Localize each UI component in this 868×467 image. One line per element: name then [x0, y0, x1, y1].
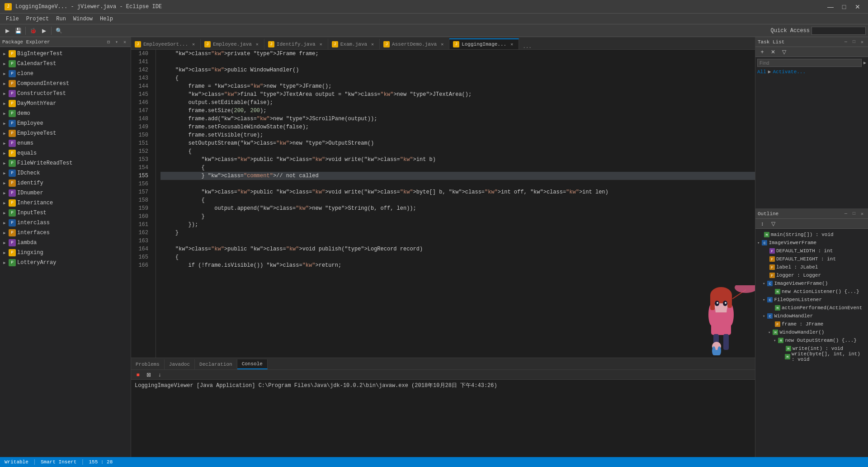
console-content[interactable]: LoggingImageViewer [Java Application] C:…	[131, 380, 755, 457]
code-line-142[interactable]: "kw">class="kw">public WindowHandler()	[160, 66, 755, 74]
menu-project[interactable]: Project	[23, 15, 52, 23]
outline-item[interactable]: F logger : Logger	[755, 271, 868, 279]
maximize-button[interactable]: □	[838, 2, 850, 11]
code-line-157[interactable]: "kw">class="kw">public "kw">class="kw">v…	[160, 188, 755, 196]
code-line-161[interactable]: });	[160, 221, 755, 229]
code-line-143[interactable]: {	[160, 74, 755, 82]
tree-item-lambda[interactable]: ▶ P lambda	[0, 238, 131, 248]
console-scroll-button[interactable]: ↓	[155, 370, 165, 380]
task-list-maximize[interactable]: □	[850, 38, 858, 46]
console-stop-button[interactable]: ■	[133, 370, 143, 380]
tree-item-daymonthyear[interactable]: ▶ P DayMonthYear	[0, 99, 131, 108]
outline-close[interactable]: ✕	[859, 210, 866, 217]
tree-item-demo[interactable]: ▶ P demo	[0, 108, 131, 118]
bottom-tab-javadoc[interactable]: Javadoc	[165, 359, 195, 369]
task-find-input[interactable]	[757, 59, 862, 67]
tab-employee[interactable]: J Employee.java ✕	[201, 38, 264, 49]
code-line-162[interactable]: }	[160, 229, 755, 237]
code-line-141[interactable]	[160, 58, 755, 66]
filter-all-label[interactable]: All	[757, 69, 766, 75]
tab-close-loggingimage[interactable]: ✕	[509, 41, 515, 47]
outline-minimize[interactable]: —	[842, 210, 849, 217]
debug-button[interactable]: 🐞	[28, 26, 38, 36]
outline-item[interactable]: F DEFAULT_WIDTH : int	[755, 247, 868, 255]
tree-item-filewritereadtest[interactable]: ▶ P FileWriteReadTest	[0, 158, 131, 168]
tree-item-interclass[interactable]: ▶ P interclass	[0, 218, 131, 228]
tree-item-interfaces[interactable]: ▶ P interfaces	[0, 228, 131, 238]
tab-overflow-button[interactable]: ...	[519, 44, 535, 49]
code-line-163[interactable]	[160, 237, 755, 245]
code-content[interactable]: "kw">class="kw">private "type">JFrame fr…	[156, 50, 755, 358]
code-line-146[interactable]: output.setEditable(false);	[160, 99, 755, 107]
save-button[interactable]: 💾	[13, 26, 23, 36]
code-line-158[interactable]: {	[160, 196, 755, 204]
tree-item-bigintegertest[interactable]: ▶ P BigIntegerTest	[0, 49, 131, 59]
outline-item[interactable]: F DEFAULT_HEIGHT : int	[755, 255, 868, 263]
outline-sort-button[interactable]: ↕	[757, 219, 767, 229]
tree-item-constructortest[interactable]: ▶ P ConstructorTest	[0, 89, 131, 99]
bottom-tab-console[interactable]: Console	[237, 359, 268, 369]
code-line-166[interactable]: if (!frame.isVisible()) "kw">class="kw">…	[160, 261, 755, 269]
console-clear-button[interactable]: ⊠	[144, 370, 154, 380]
tree-item-idcheck[interactable]: ▶ P IDcheck	[0, 168, 131, 178]
new-button[interactable]: ▶	[2, 26, 12, 36]
code-line-148[interactable]: frame.add("kw">class="kw">new "type">JSc…	[160, 115, 755, 123]
tab-close-assertdemo[interactable]: ✕	[439, 41, 445, 47]
tree-item-identify[interactable]: ▶ P identify	[0, 178, 131, 188]
tab-exam[interactable]: J Exam.java ✕	[328, 38, 380, 49]
code-line-152[interactable]: {	[160, 147, 755, 156]
code-line-144[interactable]: frame = "kw">class="kw">new "type">JFram…	[160, 82, 755, 90]
code-line-140[interactable]: "kw">class="kw">private "type">JFrame fr…	[160, 50, 755, 58]
code-line-149[interactable]: frame.setFocusableWindowState(false);	[160, 123, 755, 131]
collapse-all-button[interactable]: ⊟	[105, 38, 112, 46]
minimize-button[interactable]: —	[825, 2, 836, 11]
code-line-150[interactable]: frame.setVisible(true);	[160, 131, 755, 139]
task-list-minimize[interactable]: —	[842, 38, 849, 46]
outline-item[interactable]: M main(String[]) : void	[755, 231, 868, 239]
outline-item[interactable]: ▾ C ImageViewerFrame	[755, 239, 868, 247]
tree-item-employeetest[interactable]: ▶ P EmployeeTest	[0, 128, 131, 138]
outline-item[interactable]: F frame : JFrame	[755, 320, 868, 328]
tab-assertdemo[interactable]: J AssertDemo.java ✕	[380, 38, 449, 49]
code-line-156[interactable]	[160, 180, 755, 188]
outline-item[interactable]: ▾ C FileOpenListener	[755, 296, 868, 304]
tree-item-enums[interactable]: ▶ P enums	[0, 138, 131, 148]
tree-item-compoundinterest[interactable]: ▶ P CompoundInterest	[0, 79, 131, 89]
bottom-tab-declaration[interactable]: Declaration	[195, 359, 237, 369]
code-line-154[interactable]: {	[160, 164, 755, 172]
tree-item-inheritance[interactable]: ▶ P Inheritance	[0, 198, 131, 208]
tab-close-employeesort[interactable]: ✕	[190, 41, 197, 47]
outline-item[interactable]: M actionPerformed(ActionEvent	[755, 304, 868, 312]
code-line-145[interactable]: "kw">class="kw">final "type">JTextArea o…	[160, 90, 755, 99]
tree-item-equals[interactable]: ▶ P equals	[0, 148, 131, 158]
menu-window[interactable]: Window	[70, 15, 96, 23]
tab-employeesort[interactable]: J EmployeeSort... ✕	[131, 38, 201, 49]
outline-filter-button[interactable]: ▽	[768, 219, 778, 229]
tree-item-idnumber[interactable]: ▶ P IDnumber	[0, 188, 131, 198]
panel-close-button[interactable]: ✕	[121, 38, 128, 46]
tree-item-calendartest[interactable]: ▶ P CalendarTest	[0, 59, 131, 69]
run-button[interactable]: ▶	[39, 26, 49, 36]
task-delete-button[interactable]: ✕	[768, 47, 778, 57]
code-line-151[interactable]: setOutputStream("kw">class="kw">new "typ…	[160, 139, 755, 147]
close-button[interactable]: ✕	[852, 2, 863, 11]
tab-close-employee[interactable]: ✕	[254, 41, 260, 47]
menu-file[interactable]: File	[2, 15, 23, 23]
tab-loggingimage[interactable]: J LoggingImage... ✕	[449, 38, 519, 49]
outline-maximize[interactable]: □	[850, 210, 858, 217]
code-line-147[interactable]: frame.setSize(200, 200);	[160, 107, 755, 115]
panel-menu-button[interactable]: ▾	[113, 38, 120, 46]
filter-activate-label[interactable]: Activate...	[773, 69, 806, 75]
outline-item[interactable]: ▾ C WindowHandler	[755, 312, 868, 320]
tree-item-employee[interactable]: ▶ P Employee	[0, 118, 131, 128]
tab-close-exam[interactable]: ✕	[369, 41, 376, 47]
quick-access-input[interactable]	[811, 27, 866, 35]
code-line-164[interactable]: "kw">class="kw">public "kw">class="kw">v…	[160, 245, 755, 253]
outline-item[interactable]: M new ActionListener() {...}	[755, 288, 868, 296]
bottom-tab-problems[interactable]: Problems	[131, 359, 165, 369]
code-line-153[interactable]: "kw">class="kw">public "kw">class="kw">v…	[160, 156, 755, 164]
tab-identify[interactable]: J Identify.java ✕	[264, 38, 328, 49]
code-line-155[interactable]: } "kw">class="comment">// not called	[160, 172, 755, 180]
task-new-button[interactable]: +	[757, 47, 767, 57]
code-line-160[interactable]: }	[160, 212, 755, 221]
